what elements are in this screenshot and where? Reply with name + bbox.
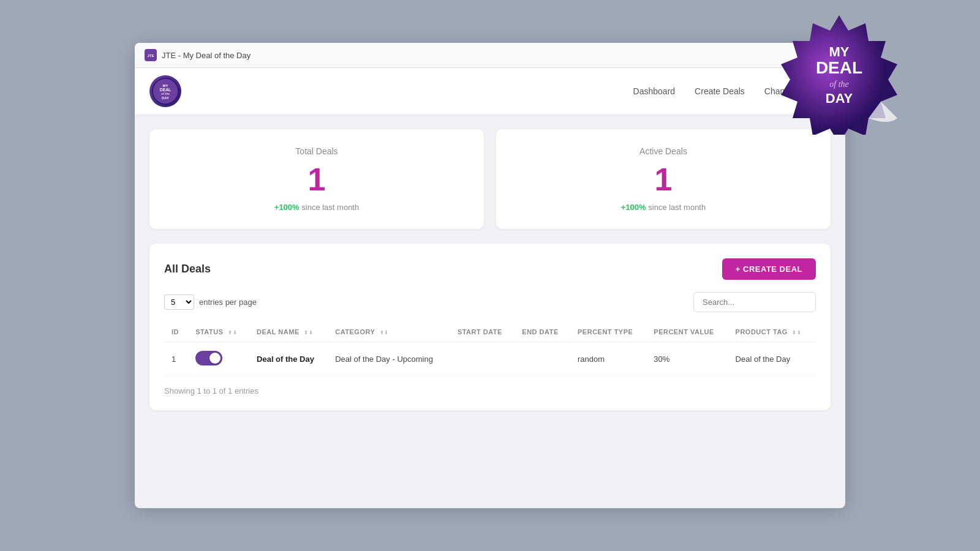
app-icon: JTE [145, 49, 157, 61]
stat-active-deals-footer-text: since last month [648, 203, 706, 212]
col-product-tag[interactable]: PRODUCT TAG ⬆⬇ [728, 322, 816, 342]
col-status[interactable]: STATUS ⬆⬇ [188, 322, 249, 342]
stat-total-deals-title: Total Deals [164, 146, 469, 156]
status-toggle[interactable] [195, 351, 222, 365]
title-bar: JTE JTE - My Deal of the Day [135, 43, 845, 68]
navbar: MY DEAL of the DAY Dashboard Create Deal… [135, 68, 845, 114]
row-status [188, 342, 249, 377]
brand-badge: MY DEAL of the DAY [778, 12, 900, 137]
row-end-date [514, 342, 570, 377]
row-id: 1 [164, 342, 188, 377]
window-title: JTE - My Deal of the Day [162, 51, 251, 60]
badge-sticker-svg: MY DEAL of the DAY [778, 12, 900, 135]
svg-text:DEAL: DEAL [816, 58, 862, 77]
create-deal-button[interactable]: + CREATE DEAL [722, 258, 816, 280]
deals-header: All Deals + CREATE DEAL [164, 258, 816, 280]
col-deal-name[interactable]: DEAL NAME ⬆⬇ [249, 322, 328, 342]
stat-total-deals-footer-text: since last month [301, 203, 359, 212]
stat-active-deals-footer: +100% since last month [511, 203, 816, 212]
col-id: ID [164, 322, 188, 342]
search-input[interactable] [693, 292, 816, 312]
deals-section-title: All Deals [164, 263, 211, 276]
svg-text:DAY: DAY [162, 96, 169, 100]
stat-active-deals-title: Active Deals [511, 146, 816, 156]
nav-dashboard[interactable]: Dashboard [633, 86, 676, 96]
main-content: Total Deals 1 +100% since last month Act… [135, 114, 845, 425]
svg-text:JTE: JTE [147, 54, 154, 58]
row-category: Deal of the Day - Upcoming [328, 342, 450, 377]
row-percent-value: 30% [646, 342, 728, 377]
nav-create-deals[interactable]: Create Deals [695, 86, 745, 96]
col-end-date: END DATE [514, 322, 570, 342]
row-deal-name: Deal of the Day [249, 342, 328, 377]
table-body: 1 Deal of the Day Deal of the Day - Upco… [164, 342, 816, 377]
col-start-date: START DATE [450, 322, 514, 342]
stat-active-deals: Active Deals 1 +100% since last month [496, 129, 831, 229]
row-start-date [450, 342, 514, 377]
col-percent-value: PERCENT VALUE [646, 322, 728, 342]
stat-active-deals-highlight: +100% [621, 203, 646, 212]
entries-control: 5 10 25 entries per page [164, 294, 257, 310]
svg-text:DEAL: DEAL [160, 88, 171, 92]
stat-total-deals-highlight: +100% [274, 203, 300, 212]
showing-entries: Showing 1 to 1 of 1 entries [164, 386, 816, 395]
svg-text:DAY: DAY [826, 91, 853, 106]
col-category[interactable]: CATEGORY ⬆⬇ [328, 322, 450, 342]
table-controls: 5 10 25 entries per page [164, 292, 816, 312]
nav-logo: MY DEAL of the DAY [149, 75, 181, 107]
deals-table: ID STATUS ⬆⬇ DEAL NAME ⬆⬇ CATEGORY ⬆⬇ ST… [164, 322, 816, 377]
stat-total-deals-footer: +100% since last month [164, 203, 469, 212]
entries-per-page-select[interactable]: 5 10 25 [164, 294, 194, 310]
deals-section: All Deals + CREATE DEAL 5 10 25 entries … [149, 244, 831, 410]
stat-total-deals: Total Deals 1 +100% since last month [149, 129, 484, 229]
svg-text:of the: of the [161, 92, 170, 96]
svg-text:of the: of the [829, 80, 849, 89]
stat-active-deals-value: 1 [511, 163, 816, 195]
col-percent-type: PERCENT TYPE [570, 322, 646, 342]
table-row: 1 Deal of the Day Deal of the Day - Upco… [164, 342, 816, 377]
entries-label: entries per page [199, 298, 257, 307]
row-product-tag: Deal of the Day [728, 342, 816, 377]
svg-text:MY: MY [829, 44, 850, 59]
table-header: ID STATUS ⬆⬇ DEAL NAME ⬆⬇ CATEGORY ⬆⬇ ST… [164, 322, 816, 342]
row-percent-type: random [570, 342, 646, 377]
stats-row: Total Deals 1 +100% since last month Act… [149, 129, 831, 229]
stat-total-deals-value: 1 [164, 163, 469, 195]
